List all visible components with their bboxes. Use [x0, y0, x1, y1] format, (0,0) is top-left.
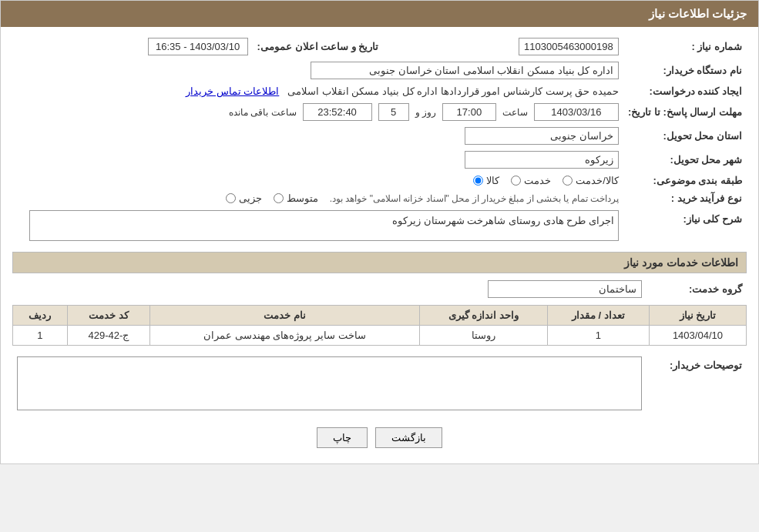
ijaad-konande-label: ایجاد کننده درخواست:: [623, 82, 747, 100]
sharh-koli-box: اجرای طرح هادی روستای شاهرخت شهرستان زیر…: [29, 210, 619, 241]
shahr-tahvil-box: زیرکوه: [465, 151, 619, 169]
tarikh-ersal-value: 1403/03/16 ساعت 17:00 روز و 5 23:52:40 س…: [12, 100, 623, 124]
service-table: تاریخ نیاز تعداد / مقدار واحد اندازه گیر…: [12, 305, 747, 346]
baghimande-box: 23:52:40: [303, 103, 372, 121]
nam-dastgah-label: نام دستگاه خریدار:: [623, 59, 747, 82]
motavasset-label: متوسط: [287, 192, 318, 204]
tarikh-elan-value: 1403/03/10 - 16:35: [12, 35, 253, 59]
jozi-label: جزیی: [239, 192, 262, 204]
cell-tedad: 1: [547, 326, 649, 346]
grohe-khedmat-label: گروه خدمت:: [646, 277, 747, 301]
ijaad-konande-text: حمیده حق پرست کارشناس امور قراردادها ادا…: [287, 85, 619, 97]
sharh-koli-text: اجرای طرح هادی روستای شاهرخت شهرستان زیر…: [392, 215, 614, 226]
col-tedad: تعداد / مقدار: [547, 306, 649, 326]
kala-label: کالا: [486, 175, 499, 186]
grohe-khedmat-box: ساختمان: [488, 280, 642, 298]
tarikh-elan-label: تاریخ و ساعت اعلان عمومی:: [253, 35, 384, 59]
radio-kala-input[interactable]: [473, 176, 483, 186]
tosih-textarea[interactable]: [17, 356, 642, 410]
sharh-koli-label: شرح کلی نیاز:: [623, 207, 747, 244]
kala-khedmat-label: کالا/خدمت: [576, 175, 619, 186]
col-kod: کد خدمت: [67, 306, 149, 326]
saat-box: 17:00: [442, 103, 496, 121]
radio-motavasset[interactable]: متوسط: [274, 192, 318, 204]
sharh-koli-value: اجرای طرح هادی روستای شاهرخت شهرستان زیر…: [12, 207, 623, 244]
print-button[interactable]: چاپ: [317, 427, 368, 448]
table-row: 1403/04/10 1 روستا ساخت سایر پروژه‌های م…: [13, 326, 747, 346]
tosih-label: توصیحات خریدار:: [646, 353, 747, 416]
radio-kala-khedmat[interactable]: کالا/خدمت: [563, 175, 619, 186]
col-vahed: واحد اندازه گیری: [419, 306, 547, 326]
radio-khedmat[interactable]: خدمت: [511, 175, 551, 186]
ittilaat-tamas-link[interactable]: اطلاعات تماس خریدار: [186, 85, 279, 97]
nam-dastgah-value: اداره کل بنیاد مسکن انقلاب اسلامی استان …: [12, 59, 623, 82]
radio-kala[interactable]: کالا: [473, 175, 499, 186]
cell-radif: 1: [13, 326, 68, 346]
roz-label: روز و: [415, 107, 436, 118]
khadamat-section-header: اطلاعات خدمات مورد نیاز: [12, 252, 747, 273]
radio-jozi[interactable]: جزیی: [226, 192, 262, 204]
noe-faraind-note: پرداخت تمام یا بخشی از مبلغ خریدار از مح…: [330, 193, 619, 204]
tabaghe-label: طبقه بندی موضوعی:: [623, 172, 747, 189]
khadamat-section-title: اطلاعات خدمات مورد نیاز: [624, 256, 738, 269]
button-row: بازگشت چاپ: [12, 427, 747, 448]
nam-dastgah-box: اداره کل بنیاد مسکن انقلاب اسلامی استان …: [311, 62, 619, 79]
roz-box: 5: [378, 103, 409, 121]
grohe-khedmat-table: گروه خدمت: ساختمان: [12, 277, 747, 301]
col-tarikh: تاریخ نیاز: [649, 306, 746, 326]
radio-kala-khedmat-input[interactable]: [563, 176, 573, 186]
page-header: جزئیات اطلاعات نیاز: [1, 1, 758, 27]
back-button[interactable]: بازگشت: [375, 427, 442, 448]
shahr-tahvil-label: شهر محل تحویل:: [623, 148, 747, 172]
shomare-niaz-box: 1103005463000198: [519, 38, 619, 55]
info-table: شماره نیاز : 1103005463000198 تاریخ و سا…: [12, 35, 747, 244]
cell-vahed: روستا: [419, 326, 547, 346]
grohe-khedmat-value: ساختمان: [12, 277, 646, 301]
ostan-tahvil-box: خراسان جنوبی: [465, 127, 619, 145]
tarikh-elan-box: 1403/03/10 - 16:35: [148, 38, 248, 55]
ostan-tahvil-value: خراسان جنوبی: [12, 124, 623, 148]
col-radif: ردیف: [13, 306, 68, 326]
ijaad-konande-value: حمیده حق پرست کارشناس امور قراردادها ادا…: [12, 82, 623, 100]
khedmat-label: خدمت: [524, 175, 551, 186]
radio-khedmat-input[interactable]: [511, 176, 521, 186]
cell-tarikh: 1403/04/10: [649, 326, 746, 346]
tosih-value: [12, 353, 646, 416]
radio-jozi-input[interactable]: [226, 193, 236, 203]
noe-faraind-label: نوع فرآیند خرید :: [623, 189, 747, 207]
shomareNiaz-value: 1103005463000198: [383, 35, 623, 59]
shahr-tahvil-value: زیرکوه: [12, 148, 623, 172]
ostan-tahvil-label: استان محل تحویل:: [623, 124, 747, 148]
shomareNiaz-label: شماره نیاز :: [623, 35, 747, 59]
radio-motavasset-input[interactable]: [274, 193, 284, 203]
noe-faraind-value: پرداخت تمام یا بخشی از مبلغ خریدار از مح…: [12, 189, 623, 207]
header-title: جزئیات اطلاعات نیاز: [649, 7, 747, 20]
tarikh-ersal-label: مهلت ارسال پاسخ: تا تاریخ:: [623, 100, 747, 124]
tosih-table: توصیحات خریدار:: [12, 353, 747, 416]
tarikh-ersal-date-box: 1403/03/16: [534, 103, 619, 121]
col-name: نام خدمت: [150, 306, 420, 326]
baghimande-label: ساعت باقی مانده: [229, 107, 297, 118]
tabaghe-value: کالا/خدمت خدمت کالا: [12, 172, 623, 189]
cell-name: ساخت سایر پروژه‌های مهندسی عمران: [150, 326, 420, 346]
cell-kod: ج-42-429: [67, 326, 149, 346]
saat-label: ساعت: [502, 107, 528, 118]
